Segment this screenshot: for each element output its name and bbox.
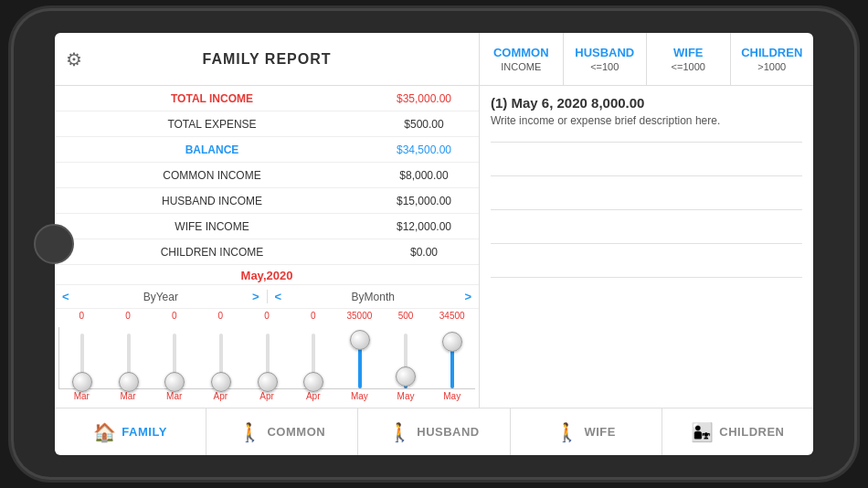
chart-value-6: 35000 [336, 311, 383, 327]
knob-0[interactable] [72, 372, 92, 392]
chart-value-0: 0 [58, 311, 105, 327]
current-month: May,2020 [241, 269, 293, 282]
gear-icon[interactable]: ⚙ [66, 48, 82, 70]
summary-value-3: $8,000.00 [369, 169, 479, 182]
by-year-prev[interactable]: < [62, 290, 69, 303]
chart-value-3: 0 [197, 311, 244, 327]
chart-value-1: 0 [105, 311, 152, 327]
chart-label-7: May [383, 391, 429, 406]
knob-8[interactable] [442, 332, 462, 352]
by-month-prev[interactable]: < [275, 290, 282, 303]
nav-icon-0: 🏠 [93, 421, 116, 443]
summary-table: TOTAL INCOME $35,000.00 TOTAL EXPENSE $5… [55, 86, 479, 265]
nav-icon-2: 🚶 [388, 421, 411, 443]
chart-label-0: Mar [58, 391, 105, 406]
chart-value-5: 0 [290, 311, 336, 327]
by-year-section: < ByYear > [55, 290, 268, 303]
bar-group-5[interactable] [291, 327, 337, 388]
by-year-next[interactable]: > [252, 290, 259, 303]
chart-label-5: Apr [290, 391, 336, 406]
bottom-nav-family[interactable]: 🏠 FAMILY [55, 408, 206, 455]
by-month-label: ByMonth [352, 291, 395, 303]
summary-label-4: HUSBAND INCOME [55, 195, 369, 207]
entry-header: (1) May 6, 2020 8,000.00 [491, 95, 802, 111]
chart-area: 0000003500050034500 MarMarMarAprAprAprMa… [55, 309, 479, 408]
chart-value-8: 34500 [429, 311, 475, 327]
knob-7[interactable] [396, 366, 416, 387]
bottom-nav-common[interactable]: 🚶 COMMON [206, 408, 358, 455]
summary-label-2: BALANCE [55, 143, 369, 156]
bar-group-6[interactable] [336, 327, 383, 388]
summary-row-6: CHILDREN INCOME $0.00 [55, 239, 479, 265]
chart-value-4: 0 [244, 311, 291, 327]
summary-row-2: BALANCE $34,500.00 [55, 137, 479, 163]
by-year-label: ByYear [143, 291, 178, 303]
month-nav: May,2020 [55, 265, 479, 285]
summary-value-1: $500.00 [369, 118, 479, 131]
divider-1 [491, 142, 802, 143]
knob-6[interactable] [350, 330, 370, 350]
nav-row: < ByYear > < ByMonth > [55, 285, 479, 309]
nav-text-1: COMMON [267, 425, 325, 439]
tab-wife-sub: <=1000 [672, 61, 705, 72]
bar-group-2[interactable] [152, 327, 198, 388]
bar-group-1[interactable] [106, 327, 153, 388]
knob-3[interactable] [211, 372, 231, 392]
bottom-nav: 🏠 FAMILY 🚶 COMMON 🚶 HUSBAND 🚶 WIFE 👨‍👧 C… [55, 408, 813, 455]
knob-1[interactable] [119, 372, 139, 392]
summary-label-1: TOTAL EXPENSE [55, 118, 369, 131]
bar-group-7[interactable] [383, 327, 429, 388]
chart-label-1: Mar [105, 391, 152, 406]
summary-value-2: $34,500.00 [369, 143, 479, 156]
bottom-nav-children[interactable]: 👨‍👧 CHILDREN [662, 408, 813, 455]
by-month-next[interactable]: > [464, 290, 471, 303]
chart-label-6: May [336, 391, 383, 406]
chart-label-4: Apr [244, 391, 291, 406]
tab-common[interactable]: COMMON INCOME [480, 33, 564, 85]
nav-text-3: WIFE [584, 425, 616, 439]
left-panel: TOTAL INCOME $35,000.00 TOTAL EXPENSE $5… [55, 86, 480, 408]
divider-5 [491, 277, 802, 278]
report-title: FAMILY REPORT [202, 51, 331, 68]
bottom-nav-wife[interactable]: 🚶 WIFE [511, 408, 662, 455]
tab-wife-label: WIFE [673, 46, 704, 59]
device-frame: ⚙ FAMILY REPORT COMMON INCOME HUSBAND <=… [14, 11, 854, 477]
knob-2[interactable] [164, 372, 185, 392]
bar-group-8[interactable] [429, 327, 476, 388]
chart-value-2: 0 [151, 311, 197, 327]
bar-group-3[interactable] [198, 327, 245, 388]
divider-2 [491, 175, 802, 176]
entry-desc: Write income or expense brief descriptio… [491, 114, 802, 127]
tab-wife[interactable]: WIFE <=1000 [647, 33, 731, 85]
nav-icon-3: 🚶 [556, 421, 578, 443]
chart-values: 0000003500050034500 [58, 311, 475, 327]
bar-group-0[interactable] [59, 327, 106, 388]
summary-row-3: COMMON INCOME $8,000.00 [55, 163, 479, 188]
summary-row-1: TOTAL EXPENSE $500.00 [55, 111, 479, 137]
right-panel: (1) May 6, 2020 8,000.00 Write income or… [480, 86, 813, 408]
knob-5[interactable] [303, 372, 323, 392]
nav-text-4: CHILDREN [719, 425, 784, 439]
screen: ⚙ FAMILY REPORT COMMON INCOME HUSBAND <=… [55, 33, 813, 455]
chart-bars [58, 327, 475, 389]
by-month-section: < ByMonth > [268, 290, 480, 303]
bar-group-4[interactable] [244, 327, 291, 388]
tab-children-label: CHILDREN [741, 46, 802, 59]
chart-label-8: May [429, 391, 475, 406]
home-button[interactable] [34, 224, 74, 264]
tab-children[interactable]: CHILDREN >1000 [731, 33, 814, 85]
nav-icon-4: 👨‍👧 [691, 421, 714, 443]
chart-label-3: Apr [197, 391, 244, 406]
divider-3 [491, 209, 802, 210]
summary-value-0: $35,000.00 [369, 92, 479, 105]
knob-4[interactable] [258, 372, 278, 392]
tab-husband[interactable]: HUSBAND <=100 [564, 33, 648, 85]
tab-common-label: COMMON [493, 46, 549, 59]
summary-label-0: TOTAL INCOME [55, 92, 369, 105]
bottom-nav-husband[interactable]: 🚶 HUSBAND [358, 408, 510, 455]
summary-row-5: WIFE INCOME $12,000.00 [55, 214, 479, 239]
summary-row-0: TOTAL INCOME $35,000.00 [55, 86, 479, 111]
main-area: TOTAL INCOME $35,000.00 TOTAL EXPENSE $5… [55, 86, 813, 408]
tab-husband-sub: <=100 [590, 61, 619, 72]
divider-4 [491, 243, 802, 244]
